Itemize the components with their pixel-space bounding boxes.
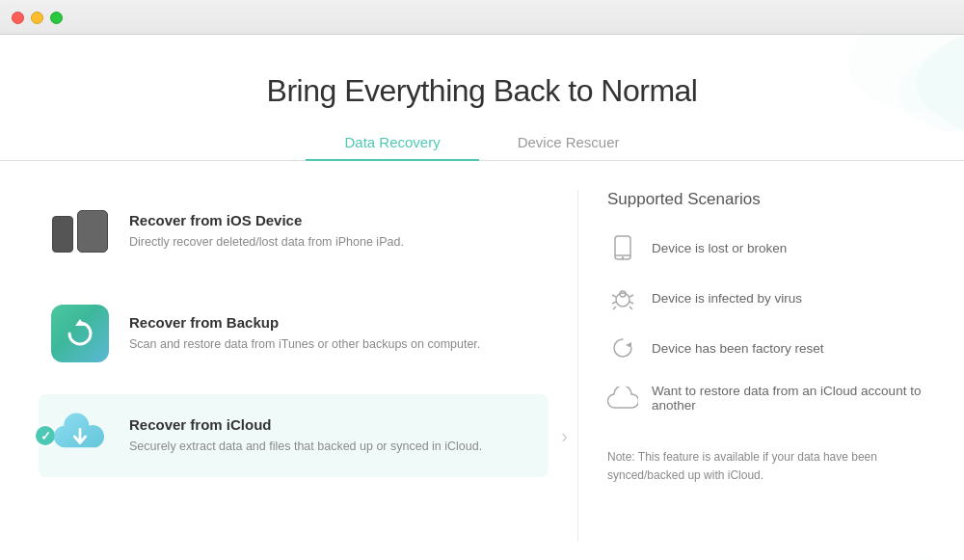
svg-line-8 — [612, 295, 616, 297]
tabs-container: Data Recovery Device Rescuer — [0, 124, 964, 161]
left-panel: Recover from iOS Device Directly recover… — [39, 190, 578, 541]
scenario-lost-broken: Device is lost or broken — [607, 228, 925, 267]
title-bar — [0, 0, 964, 35]
svg-point-6 — [616, 293, 629, 307]
note-text: Note: This feature is available if your … — [607, 439, 925, 485]
phone-broken-icon — [607, 232, 638, 263]
svg-line-10 — [612, 302, 616, 304]
svg-line-13 — [629, 307, 632, 309]
tab-device-rescuer[interactable]: Device Rescuer — [479, 124, 658, 160]
main-container: Bring Everything Back to Normal Data Rec… — [0, 35, 964, 560]
scenario-icloud-restore: Want to restore data from an iCloud acco… — [607, 379, 925, 417]
chevron-right-icon: › — [561, 425, 568, 447]
header: Bring Everything Back to Normal Data Rec… — [0, 35, 964, 171]
scenario-lost-broken-text: Device is lost or broken — [652, 241, 787, 255]
tablet-shape — [77, 210, 108, 253]
close-button[interactable] — [12, 12, 24, 24]
scenario-factory-reset: Device has been factory reset — [607, 329, 925, 367]
scenario-virus: Device is infected by virus — [607, 279, 925, 317]
svg-marker-14 — [626, 342, 631, 348]
phone-shape — [52, 216, 73, 253]
scenario-icloud-restore-text: Want to restore data from an iCloud acco… — [652, 384, 925, 413]
tab-data-recovery[interactable]: Data Recovery — [306, 124, 478, 160]
content-area: Recover from iOS Device Directly recover… — [0, 171, 964, 560]
svg-line-11 — [629, 302, 633, 304]
maximize-button[interactable] — [50, 12, 63, 24]
ios-option-text: Recover from iOS Device Directly recover… — [129, 212, 404, 252]
bug-icon — [607, 282, 638, 313]
recovery-option-ios[interactable]: Recover from iOS Device Directly recover… — [39, 190, 549, 273]
backup-icon — [46, 300, 114, 367]
recovery-option-icloud[interactable]: ✓ — [39, 394, 549, 477]
svg-line-12 — [613, 307, 616, 309]
backup-option-text: Recover from Backup Scan and restore dat… — [129, 314, 480, 354]
cloud-icon — [607, 383, 638, 413]
main-title: Bring Everything Back to Normal — [0, 73, 964, 109]
ios-device-icon — [46, 198, 114, 265]
svg-point-5 — [622, 256, 624, 258]
scenario-virus-text: Device is infected by virus — [652, 291, 802, 306]
minimize-button[interactable] — [31, 12, 43, 24]
icloud-option-text: Recover from iCloud Securely extract dat… — [129, 416, 482, 456]
scenario-factory-reset-text: Device has been factory reset — [652, 341, 824, 356]
icloud-icon — [46, 402, 114, 469]
recovery-option-backup[interactable]: Recover from Backup Scan and restore dat… — [39, 292, 549, 375]
svg-line-9 — [629, 295, 633, 297]
right-panel: Supported Scenarios Device is lost or br… — [578, 190, 925, 541]
reset-icon — [607, 333, 638, 363]
